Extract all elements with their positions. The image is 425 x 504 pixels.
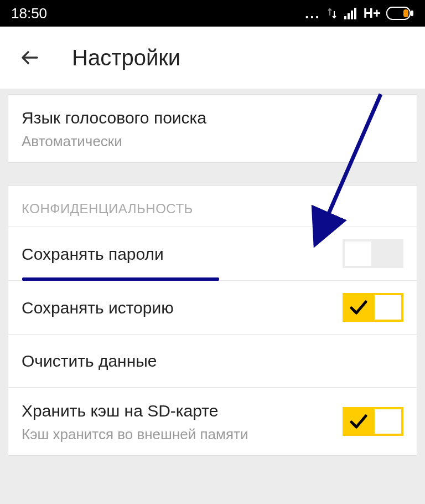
save-passwords-label: Сохранять пароли [22,243,343,265]
row-voice-language[interactable]: Язык голосового поиска Автоматически [8,95,417,162]
toggle-save-passwords[interactable] [343,239,403,268]
save-history-label: Сохранять историю [22,297,343,318]
check-icon [349,298,368,317]
card-privacy: КОНФИДЕНЦИАЛЬНОСТЬ Сохранять пароли Сохр… [8,185,417,456]
clear-data-label: Очистить данные [22,350,403,372]
cache-sd-sub: Кэш хранится во внешней памяти [22,426,343,443]
cache-sd-label: Хранить кэш на SD-карте [22,400,343,421]
voice-language-title: Язык голосового поиска [22,107,403,128]
toggle-thumb [375,409,401,434]
row-save-history[interactable]: Сохранять историю [8,281,417,335]
network-type: H+ [364,6,381,21]
data-arrows-icon [326,7,338,19]
row-cache-sd[interactable]: Хранить кэш на SD-карте Кэш хранится во … [8,388,417,455]
check-icon [349,412,368,431]
status-bar: 18:50 ... H+ [0,0,425,27]
back-button[interactable] [17,44,44,71]
voice-language-value: Автоматически [22,133,403,150]
row-clear-data[interactable]: Очистить данные [8,335,417,388]
toggle-cache-sd[interactable] [343,407,403,436]
app-bar: Настройки [0,27,425,89]
svg-rect-5 [411,11,413,16]
more-icon: ... [305,5,320,22]
section-header-privacy: КОНФИДЕНЦИАЛЬНОСТЬ [8,186,417,227]
status-time: 18:50 [11,5,47,22]
toggle-save-history[interactable] [343,293,403,322]
svg-rect-2 [351,11,353,19]
svg-rect-1 [348,13,350,19]
toggle-thumb [375,295,401,320]
card-voice-search: Язык голосового поиска Автоматически [8,94,417,163]
svg-rect-3 [354,8,356,19]
arrow-left-icon [19,47,42,69]
svg-rect-0 [344,16,346,19]
row-save-passwords[interactable]: Сохранять пароли [8,227,417,281]
battery-icon [386,7,414,20]
svg-rect-6 [403,9,408,17]
page-title: Настройки [72,45,180,70]
signal-icon [344,7,358,19]
toggle-thumb [345,241,371,266]
status-indicators: ... H+ [305,5,414,22]
